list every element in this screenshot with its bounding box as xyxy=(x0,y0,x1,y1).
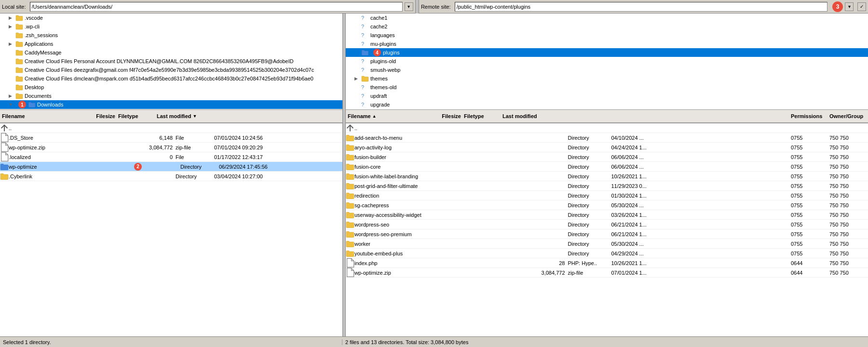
left-tree-item-caddymessage[interactable]: CaddyMessage xyxy=(0,48,342,57)
badge-2: 2 xyxy=(134,163,142,171)
right-file-row[interactable]: post-grid-and-filter-ultimateDirectory11… xyxy=(346,181,868,191)
question-icon: ? xyxy=(361,40,369,47)
right-col-lastmod[interactable]: Last modified xyxy=(502,113,791,119)
left-file-row[interactable]: .. xyxy=(0,123,342,133)
right-file-row[interactable]: wordpress-seo-premiumDirectory06/21/2024… xyxy=(346,229,868,239)
file-name: .Cyberlink xyxy=(9,174,137,179)
file-name: fusion-builder xyxy=(354,154,534,160)
right-tree-item-cache1[interactable]: ?cache1 xyxy=(346,13,868,22)
file-type: Directory xyxy=(568,231,611,237)
left-file-row[interactable]: .DS_Store6,148File07/01/2024 10:24:56 xyxy=(0,133,342,143)
right-tree-item-smushwebp[interactable]: ?smush-webp xyxy=(346,66,868,74)
left-tree-item-cc2[interactable]: Creative Cloud Files deezgrafix@gmail.co… xyxy=(0,66,342,74)
right-tree-item-cache2[interactable]: ?cache2 xyxy=(346,22,868,31)
right-tree-item-themes[interactable]: ▶ themes xyxy=(346,74,868,83)
local-path-input[interactable] xyxy=(30,2,403,12)
file-date: 03/26/2024 1... xyxy=(611,212,791,218)
file-date: 10/26/2021 1... xyxy=(611,174,791,179)
left-col-filetype[interactable]: Filetype xyxy=(118,113,157,119)
file-perms: 0755 xyxy=(791,145,829,150)
file-size: 3,084,772 xyxy=(137,145,176,150)
right-file-row[interactable]: .. xyxy=(346,123,868,133)
left-file-row[interactable]: wp-optimize.zip3,084,772zip-file07/01/20… xyxy=(0,143,342,152)
tree-item-label: Creative Cloud Files dmclean@mspark.com … xyxy=(25,76,313,81)
right-file-row[interactable]: workerDirectory05/30/2024 ...0755750 750 xyxy=(346,239,868,249)
right-file-row[interactable]: index.php28PHP: Hype..10/26/2021 1...064… xyxy=(346,258,868,268)
file-perms: 0755 xyxy=(791,251,829,256)
tree-item-label: Documents xyxy=(25,93,52,99)
question-icon: ? xyxy=(361,67,369,73)
right-tree-item-languages[interactable]: ?languages xyxy=(346,31,868,40)
remote-path-dropdown[interactable]: ▾ xyxy=(845,2,854,11)
file-perms: 0755 xyxy=(791,231,829,237)
right-file-row[interactable]: fusion-builderDirectory06/06/2024 ...075… xyxy=(346,152,868,162)
right-file-row[interactable]: wp-optimize.zip3,084,772zip-file07/01/20… xyxy=(346,268,868,278)
file-owner: 750 750 xyxy=(829,202,868,208)
folder-icon xyxy=(0,173,9,180)
tree-item-label: plugins-old xyxy=(370,58,396,64)
file-date: 06/21/2024 1... xyxy=(611,231,791,237)
badge-3: 3 xyxy=(832,1,843,12)
tree-item-label: Desktop xyxy=(25,84,44,90)
right-col-filename[interactable]: Filename ▲ xyxy=(346,113,425,119)
file-owner: 750 750 xyxy=(829,174,868,179)
right-tree-item-updraft[interactable]: ?updraft xyxy=(346,92,868,100)
left-tree-item-wpcli[interactable]: ▶ .wp-cli xyxy=(0,22,342,31)
right-file-row[interactable]: fusion-coreDirectory06/06/2024 ...075575… xyxy=(346,162,868,172)
folder-icon xyxy=(15,67,23,73)
remote-checkbox[interactable]: ✓ xyxy=(857,2,866,11)
left-col-filename[interactable]: Filename xyxy=(0,113,80,119)
right-tree-item-themesold[interactable]: ?themes-old xyxy=(346,83,868,92)
left-col-filesize[interactable]: Filesize xyxy=(80,113,118,119)
file-name: wp-optimize.zip xyxy=(9,145,137,150)
right-tree-item-muplugins[interactable]: ?mu-plugins xyxy=(346,40,868,48)
right-col-owner[interactable]: Owner/Group xyxy=(829,113,868,119)
center-divider[interactable] xyxy=(342,13,346,336)
status-right: 2 files and 13 directories. Total size: … xyxy=(342,339,868,345)
file-name: .DS_Store xyxy=(9,135,137,141)
left-tree-item-vscode[interactable]: ▶ .vscode xyxy=(0,13,342,22)
folder-icon xyxy=(15,14,23,21)
left-tree-item-applications[interactable]: ▶ Applications xyxy=(0,40,342,48)
left-tree-item-downloads[interactable]: ▼1 Downloads xyxy=(0,100,342,109)
left-col-lastmod[interactable]: Last modified ▼ xyxy=(157,113,342,119)
right-file-row[interactable]: fusion-white-label-brandingDirectory10/2… xyxy=(346,172,868,181)
right-file-row[interactable]: wordpress-seoDirectory06/21/2024 1...075… xyxy=(346,220,868,229)
right-col-filesize[interactable]: Filesize xyxy=(425,113,464,119)
folder-icon xyxy=(346,163,354,171)
left-tree-item-cc3[interactable]: Creative Cloud Files dmclean@mspark.com … xyxy=(0,74,342,83)
remote-path-input[interactable] xyxy=(455,2,827,12)
right-file-row[interactable]: redirectionDirectory01/30/2024 1...07557… xyxy=(346,191,868,200)
right-tree-item-upgrade[interactable]: ?upgrade xyxy=(346,100,868,109)
file-perms: 0755 xyxy=(791,202,829,208)
right-col-filetype[interactable]: Filetype xyxy=(464,113,502,119)
left-file-row[interactable]: .localized0File01/17/2022 12:43:17 xyxy=(0,152,342,162)
file-perms: 0755 xyxy=(791,183,829,189)
folder-icon xyxy=(28,101,36,108)
left-tree-item-documents[interactable]: ▶ Documents xyxy=(0,92,342,100)
right-tree-item-plugins[interactable]: 4plugins xyxy=(346,48,868,57)
right-file-row[interactable]: userway-accessibility-widgetDirectory03/… xyxy=(346,210,868,220)
right-col-perms[interactable]: Permissions xyxy=(791,113,829,119)
file-type: Directory xyxy=(568,241,611,247)
badge-4: 4 xyxy=(373,49,381,56)
right-tree-item-plugins-old[interactable]: ?plugins-old xyxy=(346,57,868,66)
file-type: Directory xyxy=(568,251,611,256)
file-perms: 0644 xyxy=(791,260,829,266)
right-file-row[interactable]: aryo-activity-logDirectory04/24/2024 1..… xyxy=(346,143,868,152)
left-file-list-header: Filename Filesize Filetype Last modified… xyxy=(0,110,342,123)
left-file-row[interactable]: .CyberlinkDirectory03/04/2024 10:27:00 xyxy=(0,172,342,181)
left-tree-item-desktop[interactable]: Desktop xyxy=(0,83,342,92)
left-file-row[interactable]: wp-optimize2Directory06/29/2024 17:45:56 xyxy=(0,162,342,172)
file-owner: 750 750 xyxy=(829,231,868,237)
folder-icon xyxy=(15,58,23,65)
right-file-row[interactable]: add-search-to-menuDirectory04/10/2024 ..… xyxy=(346,133,868,143)
left-tree-item-zshs[interactable]: .zsh_sessions xyxy=(0,31,342,40)
folder-icon xyxy=(15,49,23,56)
right-file-row[interactable]: youtube-embed-plusDirectory04/29/2024 ..… xyxy=(346,249,868,258)
local-path-dropdown[interactable]: ▾ xyxy=(405,2,413,11)
folder-icon xyxy=(346,134,354,142)
right-file-row[interactable]: sg-cachepressDirectory05/30/2024 ...0755… xyxy=(346,200,868,210)
file-owner: 750 750 xyxy=(829,193,868,199)
left-tree-item-cc1[interactable]: Creative Cloud Files Personal Account DL… xyxy=(0,57,342,66)
